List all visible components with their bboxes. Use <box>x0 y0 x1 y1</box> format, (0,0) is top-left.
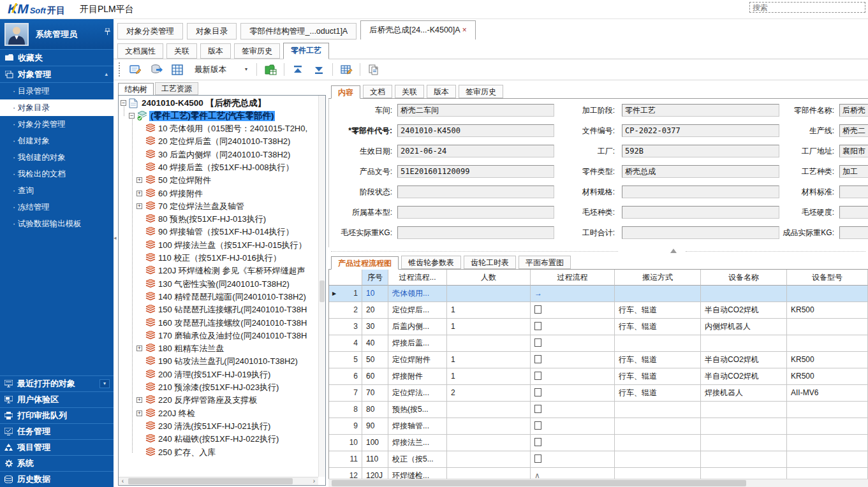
sidebar-item-7[interactable]: 冻结管理 <box>0 199 114 215</box>
sidebar-item-bottom-4[interactable]: 项目管理 <box>0 439 114 455</box>
sidebar-item-bottom-2[interactable]: 打印审批队列 <box>0 407 114 423</box>
cell-transport[interactable]: 行车、辊道 <box>615 319 701 335</box>
table-row[interactable]: 440焊接后盖... <box>329 335 868 352</box>
tree-node-operation-7[interactable]: 80 预热(按51XF-HJ-013执行) <box>119 213 318 226</box>
cell-seq[interactable]: 50 <box>362 352 388 368</box>
flow-checkbox[interactable] <box>534 338 541 347</box>
tree-node-operation-10[interactable]: 110 校正（按51XF-HJ-016执行） <box>119 252 318 265</box>
sidebar-item-6[interactable]: 查询 <box>0 182 114 199</box>
tree-node-operation-14[interactable]: 150 钻琵琶孔连接螺孔(同2401010-T38H <box>119 303 318 316</box>
cell-people[interactable]: 1 <box>447 319 531 335</box>
collapse-top-icon[interactable] <box>290 62 305 77</box>
object-tab-0[interactable]: 文档属性 <box>117 43 163 59</box>
cell-device[interactable] <box>701 402 787 418</box>
document-tab-3[interactable]: 后桥壳总成[24...-K4500]A× <box>360 20 475 40</box>
detail-tab-1[interactable]: 文档 <box>363 85 392 98</box>
tree-tab-0[interactable]: 结构树 <box>118 83 154 96</box>
folder-table-icon[interactable] <box>263 62 278 77</box>
tree-node-operation-4[interactable]: +50 定位焊附件 <box>119 174 318 187</box>
cell-process[interactable]: 焊接法兰... <box>388 435 447 451</box>
tree-node-operation-22[interactable]: +220J 终检 <box>119 407 318 420</box>
cell-people[interactable] <box>447 451 531 468</box>
tree-node-operation-9[interactable]: 100 焊接法兰盘（按51XF-HJ-015执行） <box>119 239 318 252</box>
cell-seq[interactable]: 80 <box>362 402 388 418</box>
detail-tab-3[interactable]: 版本 <box>427 85 456 98</box>
column-header-0[interactable] <box>329 270 362 286</box>
table-horizontal-scrollbar[interactable] <box>328 479 868 487</box>
cell-model[interactable]: KR500 <box>787 352 868 368</box>
field-value[interactable] <box>839 185 868 198</box>
sidebar-item-5[interactable]: 我检出的文档 <box>0 166 114 182</box>
table-row[interactable]: 660焊接附件1行车、辊道半自动CO2焊机KR500 <box>329 368 868 385</box>
column-header-5[interactable]: 搬运方式 <box>615 270 701 286</box>
tree-node-root[interactable]: −2401010-K4500 【后桥壳总成】 <box>119 97 318 110</box>
flow-checkbox[interactable] <box>534 372 541 380</box>
tree-node-operation-19[interactable]: 200 清理(按51XF-HJ-019执行) <box>119 368 318 381</box>
sidebar-item-object-management[interactable]: 对象管理 ▴ <box>0 66 114 83</box>
cell-device[interactable] <box>701 451 787 468</box>
cell-flow[interactable] <box>531 385 615 402</box>
cell-flow[interactable] <box>531 302 615 319</box>
search-input[interactable] <box>749 2 865 13</box>
detail-tab-4[interactable]: 签审历史 <box>459 85 503 98</box>
table-row[interactable]: 990焊接轴管... <box>329 418 868 435</box>
edit-table-icon[interactable] <box>339 62 354 77</box>
tree-node-operation-12[interactable]: 130 气密性实验(同2401010-T38H2) <box>119 278 318 291</box>
cell-model[interactable]: AII-MV6 <box>787 385 868 402</box>
toolbar-grip[interactable] <box>119 62 121 76</box>
cell-seq[interactable]: 40 <box>362 335 388 352</box>
tree-node-operation-24[interactable]: 240 粘磁铁(按51XF-HJ-022执行) <box>119 433 318 446</box>
cell-process[interactable]: 预热(按5... <box>388 402 447 418</box>
column-header-6[interactable]: 设备名称 <box>701 270 787 286</box>
scrollbar-thumb[interactable] <box>128 478 293 484</box>
tree-expander-icon[interactable]: + <box>136 397 142 403</box>
cell-transport[interactable] <box>615 286 701 302</box>
cell-seq[interactable]: 110 <box>362 451 388 468</box>
cell-model[interactable] <box>787 451 868 468</box>
bottom-tab-3[interactable]: 平面布置图 <box>519 256 571 269</box>
tree-node-operation-13[interactable]: 140 精镗琵琶孔端面(同2401010-T38H2) <box>119 291 318 303</box>
tree-node-operation-8[interactable]: 90 焊接轴管（按51XF-HJ-014执行） <box>119 226 318 238</box>
tree-node-operation-20[interactable]: 210 预涂漆(按51XF-HJ-023执行) <box>119 381 318 394</box>
cell-flow[interactable] <box>531 435 615 451</box>
sidebar-item-bottom-1[interactable]: 用户体验区 <box>0 391 114 407</box>
bottom-tab-2[interactable]: 齿轮工时表 <box>464 256 516 269</box>
cell-model[interactable] <box>787 286 868 302</box>
cell-people[interactable] <box>447 286 531 302</box>
horizontal-splitter[interactable] <box>328 247 868 255</box>
sidebar-item-8[interactable]: 试验数据输出模板 <box>0 215 114 232</box>
avatar[interactable] <box>4 23 29 46</box>
cell-people[interactable] <box>447 435 531 451</box>
cell-people[interactable]: 1 <box>447 352 531 368</box>
tree-vertical-scrollbar[interactable] <box>318 96 325 477</box>
cell-device[interactable]: 半自动CO2焊机 <box>701 368 787 385</box>
object-tab-4[interactable]: 零件工艺 <box>283 43 329 59</box>
cell-process[interactable]: 焊接轴管... <box>388 418 447 435</box>
cell-seq[interactable]: 20 <box>362 302 388 319</box>
cell-transport[interactable]: 行车、辊道 <box>615 368 701 385</box>
bottom-tab-0[interactable]: 产品过程流程图 <box>331 256 399 270</box>
sidebar-item-bottom-6[interactable]: 历史数据 <box>0 471 114 487</box>
flow-checkbox[interactable] <box>534 454 541 463</box>
document-tab-1[interactable]: 对象目录 <box>187 23 237 40</box>
cell-process[interactable]: 定位焊附件 <box>388 352 447 368</box>
cell-model[interactable] <box>787 435 868 451</box>
tree-node-operation-16[interactable]: 170 磨轴承位及油封位(同2401010-T38H <box>119 330 318 342</box>
cell-transport[interactable]: 行车、辊道 <box>615 352 701 368</box>
sidebar-item-bottom-5[interactable]: 系统 <box>0 455 114 471</box>
cell-transport[interactable] <box>615 435 701 451</box>
cell-model[interactable]: KR500 <box>787 302 868 319</box>
flow-checkbox[interactable] <box>534 322 541 330</box>
object-tab-1[interactable]: 关联 <box>166 43 197 59</box>
flow-checkbox[interactable] <box>534 305 541 314</box>
cell-device[interactable]: 焊接机器人 <box>701 385 787 402</box>
tree-node-operation-21[interactable]: +220 反序焊管路座及支撑板 <box>119 394 318 407</box>
cell-process[interactable]: 焊接附件 <box>388 368 447 385</box>
cell-flow[interactable] <box>531 352 615 368</box>
tree-node-operation-3[interactable]: 40 焊接后盖（按51XF-HJ-008执行） <box>119 161 318 174</box>
flow-checkbox[interactable] <box>534 421 541 430</box>
chevron-down-icon[interactable]: ▾ <box>99 379 110 388</box>
cell-flow[interactable] <box>531 368 615 385</box>
version-selector[interactable]: 最新版本▾ <box>191 64 251 75</box>
object-tab-3[interactable]: 签审历史 <box>234 43 280 59</box>
